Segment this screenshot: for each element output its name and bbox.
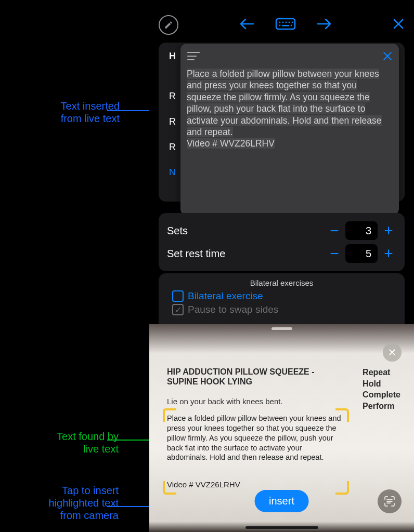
sets-label: Sets (167, 225, 188, 237)
keyboard-button[interactable] (275, 18, 296, 32)
sets-minus-button[interactable]: − (327, 222, 342, 240)
rest-plus-button[interactable]: + (381, 245, 396, 262)
live-text-icon (383, 495, 396, 508)
pause-swap-row: Pause to swap sides (172, 304, 391, 315)
annotation-found-text: Text found by live text (11, 430, 119, 455)
rest-minus-button[interactable]: − (327, 245, 342, 262)
home-indicator[interactable] (245, 526, 318, 529)
document-video-id: Video # VVZ26LRHV (167, 480, 240, 489)
sets-plus-button[interactable]: + (381, 222, 396, 240)
sets-row: Sets − 3 + (167, 219, 396, 242)
checkbox-unchecked-icon (172, 290, 184, 302)
rest-value[interactable]: 5 (345, 244, 378, 263)
toolbar (149, 12, 414, 37)
svg-point-8 (290, 25, 292, 26)
live-text-capture-button[interactable] (378, 489, 402, 513)
next-button[interactable] (317, 17, 331, 33)
live-text-corner-icon (335, 408, 349, 422)
svg-point-5 (291, 22, 293, 23)
svg-point-1 (279, 22, 280, 23)
arrow-right-icon (317, 18, 331, 30)
rest-label: Set rest time (167, 248, 225, 260)
app-modal: ✕ H R- R- R- N Place a folded pillow pil… (149, 3, 414, 324)
camera-live-text-panel: HIP ADDUCTION PILLOW SQUEEZE - SUPINE HO… (149, 324, 414, 532)
svg-rect-7 (282, 25, 289, 26)
rest-stepper: − 5 + (327, 244, 396, 263)
svg-point-3 (285, 22, 287, 23)
sets-card: Sets − 3 + Set rest time − 5 + (159, 213, 405, 271)
sets-value[interactable]: 3 (345, 221, 378, 240)
rest-row: Set rest time − 5 + (167, 242, 396, 265)
indent-icon[interactable] (187, 51, 200, 63)
prev-button[interactable] (240, 17, 254, 33)
live-text-corner-icon (163, 408, 176, 422)
bilateral-checkbox-row[interactable]: Bilateral exercise (172, 290, 391, 302)
live-text-corner-icon (163, 481, 176, 495)
camera-close-button[interactable] (383, 343, 402, 362)
toolbar-center (240, 17, 331, 33)
insert-button[interactable]: insert (254, 490, 309, 512)
svg-point-2 (282, 22, 283, 23)
pause-swap-label: Pause to swap sides (188, 304, 278, 315)
pencil-icon (164, 20, 173, 30)
annotation-tap-insert: Tap to insert highlighted text from came… (11, 484, 119, 522)
bilateral-label: Bilateral exercise (188, 290, 263, 302)
document-body: Place a folded pillow pillow between you… (167, 414, 344, 462)
document-subtitle: Lie on your back with knees bent. (167, 397, 283, 406)
popup-close-button[interactable] (382, 49, 393, 65)
sheet-grabber[interactable] (271, 327, 292, 330)
sets-stepper: − 3 + (327, 221, 396, 240)
keyboard-icon (275, 18, 296, 32)
close-button[interactable] (392, 16, 405, 34)
arrow-left-icon (240, 18, 254, 30)
document-title: HIP ADDUCTION PILLOW SQUEEZE - SUPINE HO… (167, 367, 344, 387)
live-text-popup: Place a folded pillow pillow between you… (180, 44, 399, 215)
edit-button[interactable] (159, 15, 178, 35)
svg-point-6 (279, 25, 280, 26)
close-icon (388, 348, 396, 356)
checkbox-checked-icon (172, 304, 184, 315)
inserted-text-body[interactable]: Place a folded pillow pillow between you… (187, 68, 393, 150)
annotation-inserted-text: Text inserted from live text (16, 100, 120, 125)
close-icon (382, 51, 393, 61)
close-icon (392, 18, 405, 30)
svg-rect-0 (276, 19, 295, 29)
document-right-column: Repeat Hold Complete Perform (363, 367, 400, 411)
svg-point-4 (288, 22, 290, 23)
bilateral-title: Bilateral exercises (167, 278, 396, 287)
live-text-corner-icon (335, 481, 349, 495)
